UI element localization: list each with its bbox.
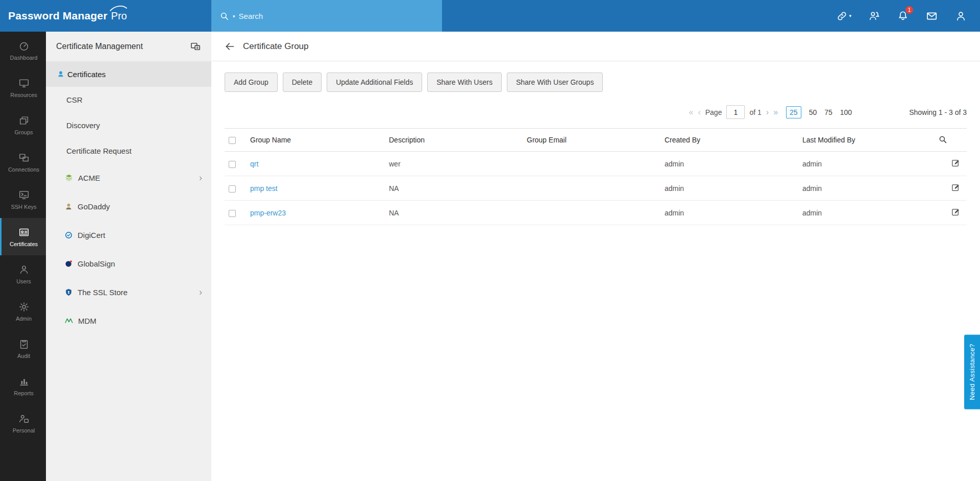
- certificate-groups-table: Group Name Description Group Email Creat…: [225, 128, 967, 225]
- last-page-icon[interactable]: »: [773, 108, 778, 116]
- page-size-100[interactable]: 100: [840, 108, 852, 116]
- prev-page-icon[interactable]: ‹: [698, 108, 700, 116]
- select-all-checkbox[interactable]: [229, 137, 236, 144]
- created-by-cell: admin: [660, 152, 798, 176]
- chevron-right-icon[interactable]: ›: [199, 173, 202, 182]
- app-logo[interactable]: Password Manager Pro: [0, 0, 211, 32]
- digicert-icon: [64, 231, 73, 239]
- page-input[interactable]: [726, 105, 745, 119]
- page-size-75[interactable]: 75: [824, 108, 832, 116]
- quick-switch-icon[interactable]: [190, 41, 201, 52]
- group-email-cell: [523, 201, 660, 225]
- sidebar-item-digicert[interactable]: DigiCert: [46, 221, 211, 249]
- sidebar-item-csr[interactable]: CSR: [46, 87, 211, 112]
- ssl-store-icon: [64, 288, 73, 297]
- sidebar-item-certificate-request[interactable]: Certificate Request: [46, 138, 211, 163]
- modified-by-cell: admin: [798, 152, 934, 176]
- group-name-link[interactable]: qrt: [250, 160, 258, 168]
- group-name-link[interactable]: pmp-erw23: [250, 209, 286, 217]
- topbar-icons: ▾ 1: [837, 0, 980, 32]
- col-last-modified-by[interactable]: Last Modified By: [798, 129, 934, 152]
- sidebar-item-godaddy[interactable]: GoDaddy: [46, 192, 211, 221]
- left-rail: Dashboard Resources Groups Connections S…: [0, 32, 46, 481]
- share-with-user-groups-button[interactable]: Share With User Groups: [507, 73, 603, 92]
- notification-bell-icon[interactable]: 1: [897, 10, 909, 21]
- user-alert-icon[interactable]: [869, 10, 880, 21]
- rail-item-users[interactable]: Users: [0, 255, 46, 293]
- delete-button[interactable]: Delete: [283, 73, 322, 92]
- page-size-options: 25 50 75 100: [786, 106, 852, 118]
- rail-item-admin[interactable]: Admin: [0, 293, 46, 330]
- edit-icon[interactable]: [951, 207, 961, 217]
- rail-item-reports[interactable]: Reports: [0, 367, 46, 404]
- created-by-cell: admin: [660, 176, 798, 201]
- rail-item-resources[interactable]: Resources: [0, 69, 46, 106]
- app-shell: Dashboard Resources Groups Connections S…: [0, 32, 980, 481]
- profile-icon[interactable]: [955, 10, 967, 22]
- quick-links-icon[interactable]: ▾: [837, 11, 851, 21]
- table-row: qrt wer admin admin: [225, 152, 967, 176]
- group-name-link[interactable]: pmp test: [250, 184, 278, 193]
- sidebar-item-the-ssl-store[interactable]: The SSL Store ›: [46, 278, 211, 306]
- sidebar-item-mdm[interactable]: MDM: [46, 306, 211, 335]
- page-label: Page: [705, 108, 722, 116]
- update-additional-fields-button[interactable]: Update Additional Fields: [327, 73, 422, 92]
- modified-by-cell: admin: [798, 201, 934, 225]
- first-page-icon[interactable]: «: [689, 108, 694, 116]
- reports-icon: [18, 376, 30, 387]
- search-input[interactable]: [239, 12, 434, 20]
- mail-icon[interactable]: [926, 10, 938, 22]
- certificates-pin-icon: [57, 70, 64, 78]
- rail-item-certificates[interactable]: Certificates: [0, 218, 46, 255]
- search-icon[interactable]: [219, 11, 229, 21]
- admin-icon: [18, 301, 30, 312]
- sidebar: Certificate Management Certificates CSR …: [46, 32, 211, 481]
- next-page-icon[interactable]: ›: [766, 108, 769, 116]
- table-header-row: Group Name Description Group Email Creat…: [225, 129, 967, 152]
- sidebar-title: Certificate Management: [56, 42, 143, 51]
- group-email-cell: [523, 152, 660, 176]
- topbar: Password Manager Pro ▾ ▾ 1: [0, 0, 980, 32]
- chevron-right-icon[interactable]: ›: [199, 287, 202, 297]
- add-group-button[interactable]: Add Group: [225, 73, 278, 92]
- row-checkbox[interactable]: [229, 185, 236, 193]
- page-of-label: of 1: [749, 108, 761, 116]
- page-header: Certificate Group: [211, 32, 980, 61]
- connections-icon: [18, 152, 30, 163]
- col-description[interactable]: Description: [385, 129, 523, 152]
- edit-icon[interactable]: [951, 183, 961, 193]
- rail-item-dashboard[interactable]: Dashboard: [0, 32, 46, 69]
- rail-item-ssh-keys[interactable]: SSH Keys: [0, 181, 46, 218]
- rail-item-groups[interactable]: Groups: [0, 106, 46, 143]
- sidebar-item-globalsign[interactable]: GlobalSign: [46, 249, 211, 278]
- back-icon[interactable]: [225, 41, 235, 52]
- row-checkbox[interactable]: [229, 161, 236, 168]
- col-created-by[interactable]: Created By: [660, 129, 798, 152]
- rail-item-personal[interactable]: Personal: [0, 404, 46, 442]
- description-cell: NA: [385, 201, 523, 225]
- godaddy-icon: [64, 202, 73, 211]
- sidebar-item-acme[interactable]: ACME ›: [46, 163, 211, 192]
- page-size-50[interactable]: 50: [809, 108, 817, 116]
- modified-by-cell: admin: [798, 176, 934, 201]
- col-group-name[interactable]: Group Name: [246, 129, 385, 152]
- rail-item-connections[interactable]: Connections: [0, 143, 46, 181]
- search-scope-caret-icon[interactable]: ▾: [233, 14, 235, 19]
- showing-count: Showing 1 - 3 of 3: [909, 108, 967, 116]
- share-with-users-button[interactable]: Share With Users: [427, 73, 502, 92]
- main-panel: Certificate Group Add Group Delete Updat…: [211, 32, 980, 481]
- row-checkbox[interactable]: [229, 210, 236, 217]
- sidebar-item-certificates[interactable]: Certificates: [46, 61, 211, 87]
- personal-icon: [18, 413, 30, 424]
- sidebar-item-discovery[interactable]: Discovery: [46, 112, 211, 138]
- col-group-email[interactable]: Group Email: [523, 129, 660, 152]
- edit-icon[interactable]: [951, 158, 961, 168]
- global-search[interactable]: ▾: [211, 0, 442, 32]
- description-cell: NA: [385, 176, 523, 201]
- page-size-25[interactable]: 25: [786, 106, 801, 118]
- need-assistance-tab[interactable]: Need Assistance?: [964, 334, 980, 409]
- table-search-icon[interactable]: [938, 135, 949, 144]
- page-title: Certificate Group: [243, 41, 309, 52]
- users-icon: [18, 264, 30, 275]
- rail-item-audit[interactable]: Audit: [0, 330, 46, 367]
